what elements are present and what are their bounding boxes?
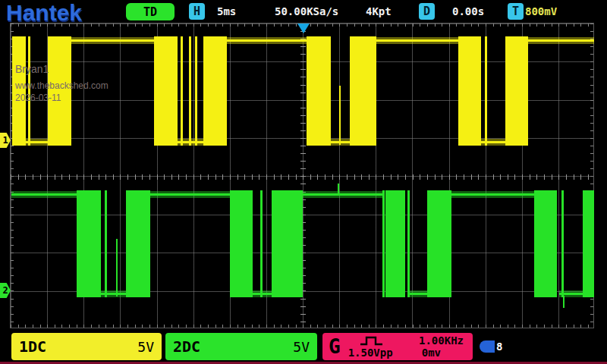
ch1-trace-segment bbox=[203, 36, 227, 146]
horizontal-menu-badge[interactable]: H bbox=[189, 3, 205, 20]
generator-offset: 0mv bbox=[422, 347, 441, 359]
timebase-value: 5ms bbox=[217, 5, 236, 17]
ch1-trace-segment bbox=[71, 39, 154, 42]
ch2-trace-segment bbox=[77, 190, 101, 297]
ch1-trace-segment bbox=[189, 36, 191, 146]
ch2-trace-segment bbox=[260, 190, 263, 297]
ch1-trace-segment bbox=[227, 39, 307, 42]
ch1-trace-segment bbox=[458, 36, 481, 146]
ch2-trace-segment bbox=[303, 193, 382, 196]
usb-device-char: 8 bbox=[495, 340, 504, 353]
ch1-trace-segment bbox=[505, 36, 528, 146]
ch2-trace-segment bbox=[583, 190, 594, 297]
ch1-trace-segment bbox=[195, 36, 197, 146]
ch2-trace-segment bbox=[105, 190, 107, 297]
generator-amplitude: 1.50Vpp bbox=[348, 347, 393, 359]
ch1-trace-segment bbox=[339, 86, 341, 145]
brand-logo: Hantek bbox=[6, 0, 82, 26]
channel2-coupling-label: 2DC bbox=[173, 337, 200, 356]
generator-frequency: 1.00KHz bbox=[419, 334, 464, 347]
ch1-trace-segment bbox=[485, 36, 487, 146]
ch2-trace-segment bbox=[253, 293, 272, 295]
channel1-position-marker[interactable]: 1 bbox=[0, 133, 11, 148]
ch2-trace-segment bbox=[409, 293, 427, 295]
ch2-trace-segment bbox=[382, 190, 385, 297]
channel1-scale-value: 5V bbox=[137, 339, 154, 355]
annotation-name: Bryan1 bbox=[15, 64, 109, 75]
ch2-trace-segment bbox=[126, 190, 150, 297]
memory-depth-value: 4Kpt bbox=[366, 5, 392, 17]
delay-menu-badge[interactable]: D bbox=[419, 3, 435, 20]
trigger-level-value: 800mV bbox=[525, 5, 557, 17]
ch2-trace-segment bbox=[11, 193, 77, 196]
trigger-position-marker-icon[interactable] bbox=[297, 24, 310, 33]
channel2-settings-box[interactable]: 2DC 5V bbox=[165, 333, 317, 360]
channel1-settings-box[interactable]: 1DC 5V bbox=[11, 333, 162, 360]
acquisition-mode-badge[interactable]: TD bbox=[126, 3, 175, 20]
ch2-trace-segment bbox=[230, 190, 253, 297]
ch2-trace-segment bbox=[116, 239, 118, 297]
channel1-coupling-label: 1DC bbox=[19, 337, 46, 356]
ch1-trace-segment bbox=[181, 36, 183, 146]
sample-rate-value: 50.00KSa/s bbox=[275, 5, 338, 17]
generator-label: G bbox=[329, 335, 341, 358]
ch1-trace-segment bbox=[350, 36, 376, 146]
annotation-date: 2026-03-11 bbox=[15, 93, 109, 103]
ch2-trace-segment bbox=[150, 193, 230, 196]
ch2-trace-segment bbox=[427, 190, 451, 297]
ch1-trace-segment bbox=[528, 39, 594, 42]
ch1-trace-segment bbox=[307, 36, 331, 146]
ch2-trace-segment bbox=[272, 190, 303, 297]
channel2-scale-value: 5V bbox=[293, 339, 310, 355]
ch1-trace-segment bbox=[154, 36, 178, 146]
ch2-trace-segment bbox=[385, 190, 405, 297]
trigger-menu-badge[interactable]: T bbox=[508, 3, 524, 20]
usb-device-icon: 8 bbox=[480, 340, 510, 353]
square-wave-icon bbox=[359, 335, 385, 347]
signal-generator-box[interactable]: G 1.00KHz 1.50Vpp 0mv bbox=[322, 333, 473, 360]
ch2-trace-segment bbox=[407, 190, 410, 297]
screen-annotation: Bryan1 www.thebackshed.com 2026-03-11 bbox=[15, 64, 109, 103]
horizontal-offset-value: 0.00s bbox=[452, 5, 484, 17]
ch2-trace-segment bbox=[561, 190, 564, 297]
channel2-position-marker[interactable]: 2 bbox=[0, 283, 11, 298]
ch1-trace-segment bbox=[376, 39, 458, 42]
annotation-url: www.thebackshed.com bbox=[15, 81, 109, 91]
ch2-trace-segment bbox=[451, 193, 534, 196]
ch2-trace-segment bbox=[563, 296, 565, 308]
oscilloscope-screen: Hantek TD H 5ms 50.00KSa/s 4Kpt D 0.00s … bbox=[0, 0, 607, 364]
ch2-trace-segment bbox=[338, 184, 339, 194]
ch2-trace-segment bbox=[534, 190, 557, 297]
